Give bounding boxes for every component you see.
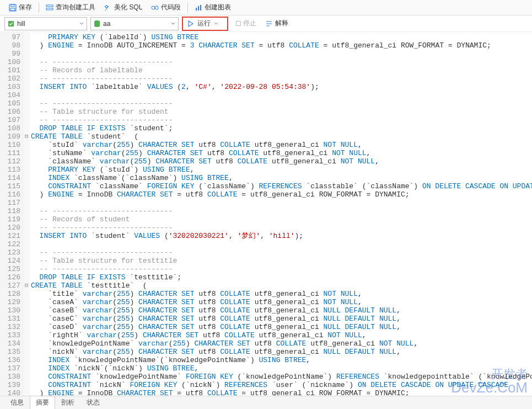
- code-line[interactable]: `knowledgePointName` varchar(255) CHARAC…: [31, 339, 532, 348]
- fold-marker[interactable]: [23, 149, 30, 157]
- fold-marker[interactable]: [23, 348, 30, 356]
- fold-marker[interactable]: [23, 315, 30, 323]
- fold-marker[interactable]: [23, 182, 30, 190]
- beautify-button[interactable]: 美化 SQL: [100, 0, 147, 15]
- explain-button[interactable]: 解释: [263, 19, 291, 28]
- fold-marker[interactable]: [23, 50, 30, 58]
- run-button[interactable]: 运行: [182, 17, 228, 31]
- code-line[interactable]: INDEX `knowledgePointName`(`knowledgePoi…: [31, 356, 532, 364]
- fold-marker[interactable]: [23, 157, 30, 166]
- fold-marker[interactable]: ⊟: [23, 281, 30, 290]
- fold-marker[interactable]: [23, 257, 30, 265]
- result-tab-0[interactable]: 信息: [4, 396, 30, 409]
- fold-marker[interactable]: [23, 108, 30, 116]
- fold-marker[interactable]: [23, 356, 30, 364]
- save-button[interactable]: 保存: [4, 0, 36, 15]
- code-line[interactable]: -- ----------------------------: [31, 224, 532, 232]
- fold-marker[interactable]: [23, 99, 30, 108]
- code-line[interactable]: `caseD` varchar(255) CHARACTER SET utf8 …: [31, 323, 532, 331]
- fold-marker[interactable]: [23, 339, 30, 348]
- fold-marker[interactable]: [23, 199, 30, 207]
- sql-editor[interactable]: 9798991001011021031041051061071081091101…: [0, 32, 532, 407]
- code-line[interactable]: `className` varchar(255) CHARACTER SET u…: [31, 157, 532, 166]
- code-line[interactable]: CONSTRAINT `knowledgePointName` FOREIGN …: [31, 373, 532, 381]
- fold-marker[interactable]: [23, 75, 30, 83]
- fold-marker[interactable]: [23, 116, 30, 124]
- fold-marker[interactable]: [23, 33, 30, 41]
- code-line[interactable]: ) ENGINE = InnoDB AUTO_INCREMENT = 3 CHA…: [31, 41, 532, 50]
- code-line[interactable]: INSERT INTO `student` VALUES ('320202030…: [31, 232, 532, 240]
- query-builder-button[interactable]: 查询创建工具: [41, 0, 100, 15]
- code-line[interactable]: [31, 91, 532, 99]
- fold-marker[interactable]: [23, 91, 30, 99]
- fold-marker[interactable]: [23, 290, 30, 298]
- code-line[interactable]: [31, 50, 532, 58]
- code-area[interactable]: PRIMARY KEY (`labelId`) USING BTREE ) EN…: [30, 32, 532, 407]
- database-select[interactable]: aa: [90, 17, 179, 30]
- code-line[interactable]: -- ----------------------------: [31, 265, 532, 273]
- fold-marker[interactable]: [23, 215, 30, 224]
- code-line[interactable]: INSERT INTO `labeltable` VALUES (2, 'C#'…: [31, 83, 532, 91]
- connection-select[interactable]: hill: [4, 17, 87, 30]
- code-line[interactable]: -- ----------------------------: [31, 99, 532, 108]
- fold-marker[interactable]: [23, 141, 30, 149]
- chart-button[interactable]: 创建图表: [190, 0, 235, 15]
- fold-marker[interactable]: [23, 207, 30, 215]
- code-line[interactable]: CONSTRAINT `nickN` FOREIGN KEY (`nickN`)…: [31, 381, 532, 389]
- fold-marker[interactable]: [23, 190, 30, 199]
- stop-button[interactable]: 停止: [233, 19, 260, 28]
- fold-marker[interactable]: [23, 66, 30, 75]
- snippet-button[interactable]: 代码段: [147, 0, 185, 15]
- fold-marker[interactable]: [23, 166, 30, 174]
- code-line[interactable]: -- ----------------------------: [31, 248, 532, 257]
- fold-marker[interactable]: [23, 306, 30, 315]
- code-line[interactable]: `caseA` varchar(255) CHARACTER SET utf8 …: [31, 298, 532, 306]
- fold-marker[interactable]: [23, 298, 30, 306]
- code-line[interactable]: ) ENGINE = InnoDB CHARACTER SET = utf8 C…: [31, 190, 532, 199]
- code-line[interactable]: -- ----------------------------: [31, 58, 532, 66]
- fold-marker[interactable]: [23, 174, 30, 182]
- code-line[interactable]: `caseB` varchar(255) CHARACTER SET utf8 …: [31, 306, 532, 315]
- result-tab-1[interactable]: 摘要: [30, 396, 55, 409]
- code-line[interactable]: PRIMARY KEY (`stuId`) USING BTREE,: [31, 166, 532, 174]
- code-line[interactable]: CREATE TABLE `testtitle` (: [31, 281, 532, 290]
- code-line[interactable]: -- ----------------------------: [31, 75, 532, 83]
- fold-gutter[interactable]: ⊟ ⊟: [23, 32, 30, 407]
- fold-marker[interactable]: [23, 323, 30, 331]
- code-line[interactable]: DROP TABLE IF EXISTS `student`;: [31, 124, 532, 132]
- fold-marker[interactable]: [23, 265, 30, 273]
- fold-marker[interactable]: [23, 224, 30, 232]
- code-line[interactable]: INDEX `className`(`className`) USING BTR…: [31, 174, 532, 182]
- code-line[interactable]: -- Table structure for student: [31, 108, 532, 116]
- code-line[interactable]: `title` varchar(255) CHARACTER SET utf8 …: [31, 290, 532, 298]
- fold-marker[interactable]: ⊟: [23, 132, 30, 141]
- code-line[interactable]: CREATE TABLE `student` (: [31, 132, 532, 141]
- code-line[interactable]: `rightH` varchar(255) CHARACTER SET utf8…: [31, 331, 532, 339]
- code-line[interactable]: `caseC` varchar(255) CHARACTER SET utf8 …: [31, 315, 532, 323]
- fold-marker[interactable]: [23, 240, 30, 248]
- fold-marker[interactable]: [23, 273, 30, 281]
- code-line[interactable]: -- Records of labeltable: [31, 66, 532, 75]
- fold-marker[interactable]: [23, 124, 30, 132]
- result-tab-3[interactable]: 状态: [80, 396, 106, 409]
- fold-marker[interactable]: [23, 41, 30, 50]
- code-line[interactable]: [31, 240, 532, 248]
- fold-marker[interactable]: [23, 58, 30, 66]
- fold-marker[interactable]: [23, 331, 30, 339]
- code-line[interactable]: CONSTRAINT `className` FOREIGN KEY (`cla…: [31, 182, 532, 190]
- code-line[interactable]: INDEX `nickN`(`nickN`) USING BTREE,: [31, 364, 532, 373]
- fold-marker[interactable]: [23, 83, 30, 91]
- code-line[interactable]: `stuName` varchar(255) CHARACTER SET utf…: [31, 149, 532, 157]
- result-tab-2[interactable]: 剖析: [55, 396, 80, 409]
- fold-marker[interactable]: [23, 248, 30, 257]
- code-line[interactable]: -- ----------------------------: [31, 116, 532, 124]
- fold-marker[interactable]: [23, 232, 30, 240]
- code-line[interactable]: -- ----------------------------: [31, 207, 532, 215]
- code-line[interactable]: -- Records of student: [31, 215, 532, 224]
- fold-marker[interactable]: [23, 381, 30, 389]
- fold-marker[interactable]: [23, 373, 30, 381]
- code-line[interactable]: DROP TABLE IF EXISTS `testtitle`;: [31, 273, 532, 281]
- code-line[interactable]: -- Table structure for testtitle: [31, 257, 532, 265]
- code-line[interactable]: `stuId` varchar(255) CHARACTER SET utf8 …: [31, 141, 532, 149]
- code-line[interactable]: PRIMARY KEY (`labelId`) USING BTREE: [31, 33, 532, 41]
